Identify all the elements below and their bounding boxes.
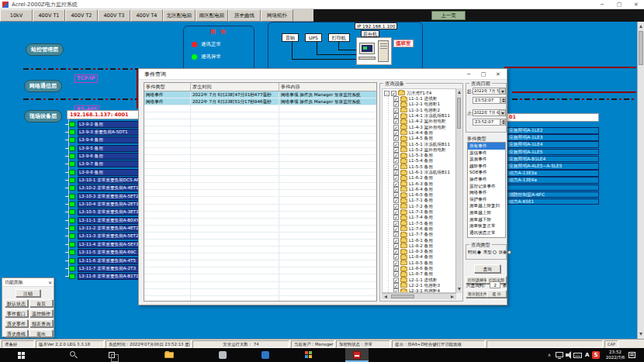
task-view-icon[interactable] <box>102 348 121 362</box>
previous-page-button[interactable]: 上一页 <box>431 11 466 20</box>
event-row[interactable] <box>144 197 376 204</box>
tab-400V T2[interactable]: 400V T2 <box>65 9 98 22</box>
from-time-spinner[interactable]: 23:52:07 <box>473 97 506 104</box>
vertical-scrollbar[interactable] <box>637 22 644 339</box>
tab-400V T1[interactable]: 400V T1 <box>33 9 65 22</box>
checkbox[interactable]: ✓ <box>393 271 399 277</box>
event-row[interactable] <box>144 226 376 233</box>
checkbox[interactable]: ✓ <box>393 175 399 181</box>
scroll-down-icon[interactable] <box>639 333 642 336</box>
device-label[interactable]: L3-11-1 非常重要负荷A-B0XY1~A-2ET3 <box>78 217 146 224</box>
network-icon[interactable] <box>556 348 565 362</box>
ime-icon[interactable]: S <box>592 348 600 362</box>
chevron-down-icon[interactable] <box>499 110 505 115</box>
to-date-combo[interactable]: 2022年 7月 6日 <box>473 109 506 116</box>
panel-button-事件窗口[interactable]: 事件窗口 <box>5 309 28 317</box>
checkbox[interactable]: ✓ <box>393 102 399 107</box>
checkbox[interactable]: ✓ <box>393 119 399 124</box>
tab-400V T3[interactable]: 400V T3 <box>98 9 130 22</box>
scrollbar-thumb[interactable] <box>391 295 414 298</box>
checkbox[interactable]: ✓ <box>393 181 399 187</box>
device-label[interactable]: L3-11-3 非常重要负荷A-5ET2 <box>78 233 146 240</box>
event-row[interactable] <box>144 119 376 126</box>
logout-button[interactable]: 注销 <box>16 289 40 297</box>
panel-button-首页[interactable]: 首页 <box>29 299 53 307</box>
device-label[interactable]: L3-11-4 非常重要负荷A-5EY3 <box>78 241 146 248</box>
window-maximize-button[interactable]: □ <box>611 0 627 9</box>
scroll-right-icon[interactable] <box>451 295 454 298</box>
event-type-item[interactable]: 遥信事件 <box>468 150 505 157</box>
tab-10kV[interactable]: 10kV <box>0 9 33 22</box>
pinned-app-icon[interactable] <box>299 348 318 362</box>
window-minimize-button[interactable]: ─ <box>594 0 610 9</box>
from-date-combo[interactable]: 2022年 7月 5日 <box>473 88 506 95</box>
radio-icon[interactable] <box>493 250 497 254</box>
dialog-maximize-button[interactable]: □ <box>476 70 490 79</box>
device-label[interactable]: L3-10-5 非常重要负荷A-3ET3 <box>78 209 146 215</box>
tree-horizontal-scrollbar[interactable] <box>382 293 456 299</box>
radio-option[interactable]: 类型 <box>483 250 497 255</box>
file-explorer-icon[interactable] <box>160 348 178 362</box>
event-row[interactable] <box>144 296 376 302</box>
tree-root-row[interactable]: - ✓ 万洋湾T1-T4 <box>383 90 455 96</box>
checkbox[interactable]: ✓ <box>393 232 399 237</box>
notification-center-icon[interactable] <box>628 348 637 362</box>
scroll-left-icon[interactable] <box>384 295 387 298</box>
tray-chevron-icon[interactable]: ∧ <box>545 348 553 362</box>
event-type-item[interactable]: 通讯状态正常 <box>468 229 505 236</box>
column-header[interactable]: 事件类型 <box>144 83 191 91</box>
scroll-down-icon[interactable] <box>458 288 461 291</box>
device-label[interactable]: L3-9-5 备用 <box>78 145 146 152</box>
query-button[interactable]: 查询 <box>474 264 500 273</box>
tab-南区配电箱[interactable]: 南区配电箱 <box>196 9 228 22</box>
radio-icon[interactable] <box>477 250 481 254</box>
input-language-indicator[interactable]: A <box>585 348 591 362</box>
device-label[interactable]: L3-10-3 非常重要负荷A-5ET2 <box>78 193 146 200</box>
pinned-app-icon[interactable] <box>213 348 232 362</box>
checkbox[interactable]: ✓ <box>393 96 399 102</box>
checkbox[interactable]: ✓ <box>393 254 399 260</box>
tab-北区配电箱[interactable]: 北区配电箱 <box>163 9 196 22</box>
event-type-item[interactable]: 操作事件 <box>468 176 505 183</box>
column-header[interactable]: 事件内容 <box>279 83 376 91</box>
checkbox[interactable]: ✓ <box>393 283 399 288</box>
window-close-button[interactable]: ✕ <box>628 0 644 9</box>
panel-button-历史事件[interactable]: 历史事件 <box>5 319 28 327</box>
event-row[interactable] <box>144 112 376 119</box>
pinned-app-icon[interactable] <box>256 348 275 362</box>
tab-网络拓扑[interactable]: 网络拓扑 <box>261 9 293 22</box>
checkbox[interactable]: ✓ <box>393 260 399 266</box>
event-row[interactable] <box>144 169 376 176</box>
start-button[interactable] <box>12 348 31 362</box>
event-row[interactable] <box>144 105 376 112</box>
device-label[interactable]: L3-9-7 备用 <box>78 160 146 167</box>
event-row[interactable] <box>144 190 376 197</box>
tab-400V T4[interactable]: 400V T4 <box>130 9 163 22</box>
event-type-item[interactable]: 越限事件 <box>468 163 505 170</box>
device-label[interactable]: L3-9-3 重要负荷A-5DT1 <box>78 129 146 136</box>
checkbox[interactable]: ✓ <box>393 238 399 243</box>
checkbox[interactable]: ✓ <box>393 142 399 147</box>
device-label[interactable]: L3-10-4 非常重要负荷A-2ET3 <box>78 201 146 208</box>
event-row[interactable] <box>144 267 376 274</box>
tree-vertical-scrollbar[interactable] <box>455 88 462 293</box>
device-label[interactable]: L3-9-8 备用 <box>78 169 146 176</box>
panel-button-默认状态[interactable]: 默认状态 <box>5 299 28 307</box>
event-type-item[interactable]: 遥测事件 <box>468 156 505 163</box>
event-row[interactable] <box>144 141 376 148</box>
event-row[interactable] <box>144 205 376 212</box>
event-row[interactable]: 网络事件2022年 7月 6日23时51分17秒946毫秒网络事项 操作员 Ma… <box>144 98 376 105</box>
checkbox[interactable]: ✓ <box>393 215 399 220</box>
scroll-up-icon[interactable] <box>458 91 461 94</box>
radio-icon[interactable] <box>507 250 511 254</box>
tab-历史曲线[interactable]: 历史曲线 <box>228 9 261 22</box>
event-type-item[interactable]: 测量越上限 <box>468 209 505 216</box>
checkbox[interactable]: ✓ <box>393 108 399 113</box>
event-row[interactable] <box>144 289 376 296</box>
scroll-up-icon[interactable] <box>639 25 642 28</box>
checkbox[interactable]: ✓ <box>393 221 399 226</box>
event-type-item[interactable]: SOE事件 <box>468 169 505 176</box>
device-label[interactable]: L3-11-2 非常重要负荷A-4ET2 <box>78 225 146 232</box>
device-label[interactable]: L3-10-1 非常重要负荷DCS ARVa <box>78 177 146 184</box>
scrollbar-thumb[interactable] <box>457 98 461 129</box>
